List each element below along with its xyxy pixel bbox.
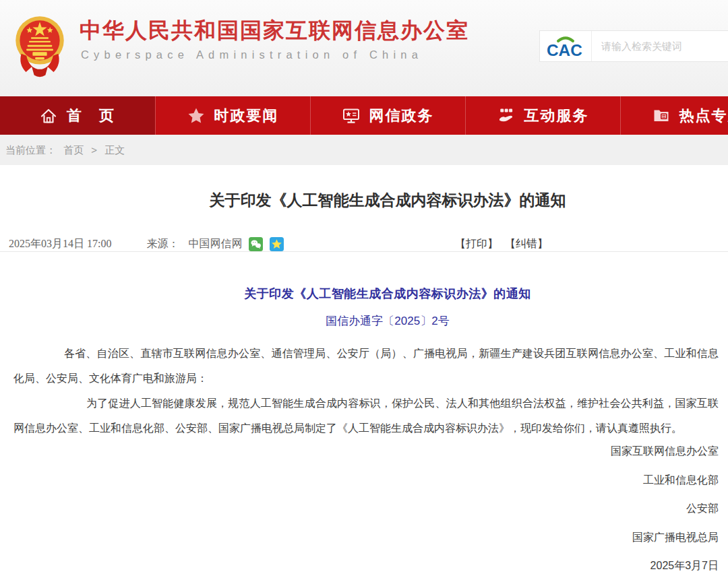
- nav-item-home[interactable]: 首 页: [0, 96, 155, 135]
- monitor-icon: [342, 107, 360, 125]
- signature-line: 国家互联网信息办公室: [13, 437, 719, 466]
- nav-label: 互动服务: [524, 106, 589, 126]
- article-body: 各省、自治区、直辖市互联网信息办公室、通信管理局、公安厅（局）、广播电视局，新疆…: [13, 341, 719, 441]
- nav-item-news[interactable]: 时政要闻: [155, 96, 310, 135]
- site-subtitle-english: Cyberspace Administration of China: [81, 48, 423, 61]
- cac-logo-icon: CAC: [546, 34, 585, 59]
- site-title: 中华人民共和国国家互联网信息办公室: [80, 16, 469, 46]
- search-box: CAC: [539, 30, 728, 62]
- publish-date: 2025年03月14日 17:00: [9, 237, 111, 251]
- search-input[interactable]: [591, 31, 728, 61]
- wechat-share-icon[interactable]: [249, 237, 263, 251]
- cac-logo-text: CAC: [547, 40, 582, 59]
- breadcrumb-separator: >: [91, 144, 97, 156]
- main-nav: 首 页 时政要闻 网信政务: [0, 96, 728, 135]
- source-name: 中国网信网: [188, 237, 242, 251]
- signature-line: 国家广播电视总局: [13, 523, 719, 552]
- correct-button[interactable]: 【纠错】: [505, 238, 548, 249]
- qzone-share-icon[interactable]: [270, 237, 284, 251]
- breadcrumb-home-link[interactable]: 首页: [63, 144, 84, 156]
- paragraph: 各省、自治区、直辖市互联网信息办公室、通信管理局、公安厅（局）、广播电视局，新疆…: [13, 341, 719, 391]
- star-icon: [187, 107, 205, 125]
- page-title: 关于印发《人工智能生成合成内容标识办法》的通知: [0, 189, 728, 211]
- signature-line: 工业和信息化部: [13, 466, 719, 495]
- nav-label: 网信政务: [369, 106, 434, 126]
- signature-block: 国家互联网信息办公室 工业和信息化部 公安部 国家广播电视总局 2025年3月7…: [13, 437, 719, 581]
- service-hands-icon: [497, 107, 515, 125]
- signature-date: 2025年3月7日: [13, 552, 719, 581]
- national-emblem-icon: [14, 14, 65, 79]
- source-label: 来源：: [146, 237, 179, 251]
- article-actions: 【打印】 【纠错】: [455, 237, 552, 251]
- nav-item-egov[interactable]: 网信政务: [310, 96, 465, 135]
- page: 中华人民共和国国家互联网信息办公室 Cyberspace Administrat…: [0, 0, 728, 581]
- nav-label: 热点专题: [679, 106, 728, 126]
- site-header: 中华人民共和国国家互联网信息办公室 Cyberspace Administrat…: [0, 0, 728, 96]
- cac-logo: CAC: [540, 34, 591, 59]
- nav-label: 首 页: [67, 106, 115, 126]
- document-title: 关于印发《人工智能生成合成内容标识办法》的通知: [0, 285, 728, 302]
- paragraph: 为了促进人工智能健康发展，规范人工智能生成合成内容标识，保护公民、法人和其他组织…: [13, 391, 719, 441]
- nav-label: 时政要闻: [214, 106, 279, 126]
- document-number: 国信办通字〔2025〕2号: [0, 314, 728, 329]
- breadcrumb-prefix: 当前位置：: [5, 144, 56, 156]
- folder-icon: [653, 107, 670, 125]
- article-meta-left: 2025年03月14日 17:00 来源： 中国网信网: [9, 237, 284, 251]
- breadcrumb-current: 正文: [104, 144, 125, 156]
- article-meta-row: 2025年03月14日 17:00 来源： 中国网信网 【打印】 【纠错】: [0, 237, 728, 252]
- print-button[interactable]: 【打印】: [455, 238, 498, 249]
- nav-item-interactive[interactable]: 互动服务: [465, 96, 620, 135]
- breadcrumb: 当前位置： 首页 > 正文: [0, 135, 728, 165]
- signature-line: 公安部: [13, 494, 719, 523]
- nav-item-topics[interactable]: 热点专题: [620, 96, 728, 135]
- home-icon: [40, 107, 57, 125]
